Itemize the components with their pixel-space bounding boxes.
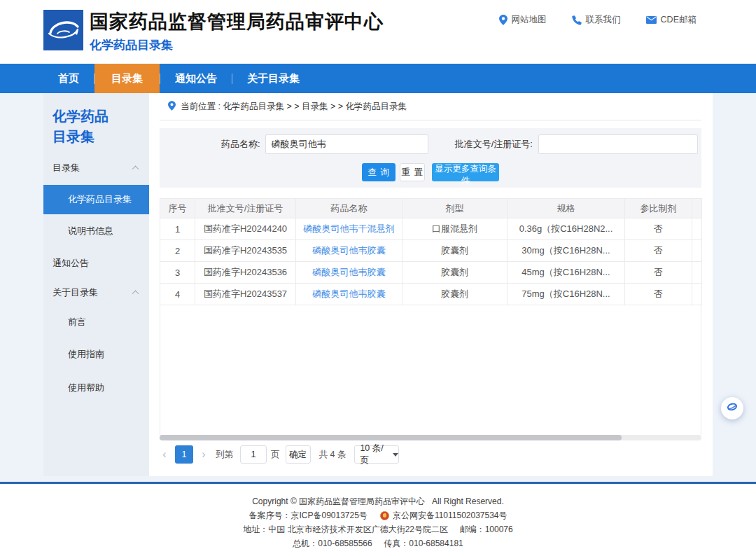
scrollbar-thumb[interactable]: [160, 435, 622, 440]
cell-dosage-form: 胶囊剂: [402, 284, 507, 305]
drug-name-link[interactable]: 磷酸奥司他韦胶囊: [296, 284, 402, 305]
table-row: 3 国药准字H20243536 磷酸奥司他韦胶囊 胶囊剂 45mg（按C16H2…: [160, 262, 702, 284]
cell-clipped: [692, 262, 702, 284]
public-security-badge-icon: [380, 511, 389, 520]
sidebar: 化学药品目录集 目录集 化学药品目录集 说明书信息 通知公告 关于目录集 前言 …: [43, 93, 149, 476]
location-pin-icon: [168, 101, 176, 113]
floating-widget-button[interactable]: [721, 397, 743, 419]
sidebar-item-chemical-catalog[interactable]: 化学药品目录集: [43, 185, 149, 214]
sidebar-item-foreword[interactable]: 前言: [43, 307, 149, 338]
drug-name-label: 药品名称:: [221, 138, 260, 151]
chevron-up-icon: [132, 165, 139, 172]
drug-name-input[interactable]: [265, 134, 428, 154]
cell-index: 3: [160, 262, 195, 284]
approval-number-input[interactable]: [538, 134, 698, 154]
table-row: 1 国药准字H20244240 磷酸奥司他韦干混悬剂 口服混悬剂 0.36g（按…: [160, 218, 702, 240]
sidebar-item-label: 关于目录集: [52, 286, 98, 299]
contact-label: 联系我们: [586, 14, 621, 26]
cell-approval-number: 国药准字H20243536: [195, 262, 296, 284]
sidebar-item-catalog[interactable]: 目录集: [43, 151, 149, 185]
icp-number: 备案序号：京ICP备09013725号: [248, 508, 367, 522]
sidebar-item-label: 使用指南: [68, 348, 104, 361]
cde-mail-label: CDE邮箱: [661, 14, 696, 26]
address-line: 地址：中国 北京市经济技术开发区广德大街22号院二区 邮编：100076: [243, 522, 512, 536]
results-table: 序号 批准文号/注册证号 药品名称 剂型 规格 参比制剂 1 国药准字H2024…: [160, 198, 701, 435]
col-specification: 规格: [507, 199, 625, 218]
top-links: 网站地图 联系我们 CDE邮箱: [499, 14, 696, 26]
cell-reference-product: 否: [625, 218, 692, 240]
sidebar-item-label: 说明书信息: [68, 225, 113, 237]
table-row: 2 国药准字H20243535 磷酸奥司他韦胶囊 胶囊剂 30mg（按C16H2…: [160, 240, 702, 262]
drug-name-link[interactable]: 磷酸奥司他韦胶囊: [296, 262, 402, 284]
sidebar-item-label: 目录集: [52, 162, 80, 174]
sidebar-item-notices[interactable]: 通知公告: [43, 248, 149, 279]
copyright-line: Copyright © 国家药品监督管理局药品审评中心 All Right Re…: [252, 494, 504, 508]
nav-item-notices[interactable]: 通知公告: [160, 64, 232, 93]
cell-approval-number: 国药准字H20243535: [195, 240, 296, 262]
approval-number-label: 批准文号/注册证号:: [455, 138, 533, 151]
nav-item-about[interactable]: 关于目录集: [232, 64, 314, 93]
cell-index: 2: [160, 240, 195, 262]
sidebar-item-label: 使用帮助: [68, 382, 104, 394]
nav-item-home[interactable]: 首页: [43, 64, 94, 93]
sitemap-link[interactable]: 网站地图: [499, 14, 547, 26]
sidebar-item-help[interactable]: 使用帮助: [43, 371, 149, 405]
prev-page-button[interactable]: ‹: [160, 448, 169, 461]
col-clipped: [692, 199, 702, 218]
cell-dosage-form: 口服混悬剂: [402, 218, 507, 240]
cell-reference-product: 否: [625, 240, 692, 262]
site-subtitle: 化学药品目录集: [90, 37, 384, 53]
phone-icon: [572, 15, 582, 25]
cell-specification: 0.36g（按C16H28N2...: [507, 218, 625, 240]
col-approval-number: 批准文号/注册证号: [195, 199, 296, 218]
col-reference-product: 参比制剂: [625, 199, 692, 218]
brand-block: 国家药品监督管理局药品审评中心 化学药品目录集: [90, 11, 384, 53]
page-size-value: 10 条/页: [360, 443, 389, 466]
cell-clipped: [692, 284, 702, 305]
cell-clipped: [692, 240, 702, 262]
cell-reference-product: 否: [625, 262, 692, 284]
nav-item-catalog[interactable]: 目录集: [94, 64, 160, 93]
horizontal-scrollbar[interactable]: [160, 435, 701, 440]
chevron-up-icon: [132, 290, 139, 297]
sidebar-item-user-guide[interactable]: 使用指南: [43, 338, 149, 371]
page: 国家药品监督管理局药品审评中心 化学药品目录集 网站地图 联系我们 CDE邮: [0, 0, 756, 556]
search-form: 药品名称: 批准文号/注册证号: 查 询 重 置 显示更多查询条件: [160, 128, 701, 188]
sidebar-item-about-catalog[interactable]: 关于目录集: [43, 279, 149, 307]
col-index: 序号: [160, 199, 195, 218]
mail-icon: [646, 16, 657, 24]
col-dosage-form: 剂型: [402, 199, 507, 218]
main-nav: 首页 目录集 通知公告 关于目录集: [0, 64, 756, 93]
page-unit-label: 页: [271, 449, 280, 461]
drug-name-link[interactable]: 磷酸奥司他韦干混悬剂: [296, 218, 402, 240]
sidebar-item-leaflet-info[interactable]: 说明书信息: [43, 214, 149, 248]
goto-page-input[interactable]: [240, 445, 267, 464]
sidebar-item-label: 前言: [68, 316, 86, 328]
icp-line: 备案序号：京ICP备09013725号 京公网安备11011502037534号: [248, 508, 507, 522]
query-button[interactable]: 查 询: [362, 163, 396, 181]
cell-dosage-form: 胶囊剂: [402, 262, 507, 284]
drug-name-link[interactable]: 磷酸奥司他韦胶囊: [296, 240, 402, 262]
next-page-button[interactable]: ›: [199, 448, 209, 461]
page-size-select[interactable]: 10 条/页: [354, 445, 399, 464]
chevron-down-icon: [393, 453, 398, 457]
goto-label: 到第: [216, 449, 233, 461]
public-security-number[interactable]: 京公网安备11011502037534号: [393, 508, 507, 522]
table-empty-area: [160, 305, 701, 435]
cell-reference-product: 否: [625, 284, 692, 305]
cell-clipped: [692, 218, 702, 240]
cde-mail-link[interactable]: CDE邮箱: [646, 14, 696, 26]
cell-specification: 30mg（按C16H28N...: [507, 240, 625, 262]
page-1-button[interactable]: 1: [175, 445, 193, 464]
contact-link[interactable]: 联系我们: [572, 14, 621, 26]
phone-line: 总机：010-68585566 传真：010-68584181: [293, 536, 463, 550]
more-conditions-button[interactable]: 显示更多查询条件: [432, 163, 499, 181]
reset-button[interactable]: 重 置: [400, 163, 425, 181]
confirm-button[interactable]: 确定: [286, 445, 311, 464]
sitemap-label: 网站地图: [512, 14, 547, 26]
cell-dosage-form: 胶囊剂: [402, 240, 507, 262]
cell-specification: 45mg（按C16H28N...: [507, 262, 625, 284]
cell-index: 4: [160, 284, 195, 305]
breadcrumb-text: 当前位置 : 化学药品目录集 > > 目录集 > > 化学药品目录集: [181, 101, 407, 113]
cde-logo: [43, 10, 83, 50]
